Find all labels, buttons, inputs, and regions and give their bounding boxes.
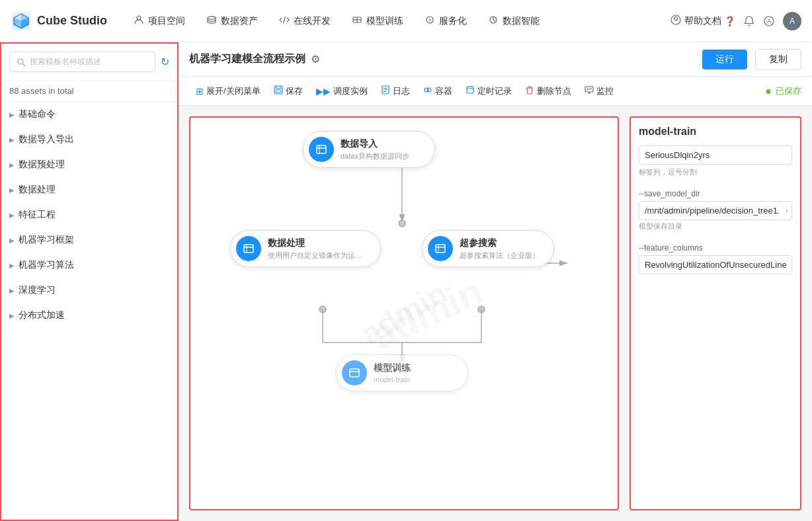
node-hyper-search-text: 超参搜索 超参搜索算法（企业版）	[460, 237, 540, 260]
nav-model-train-label: 模型训练	[366, 15, 403, 27]
refresh-btn[interactable]: ↻	[161, 56, 169, 68]
sidebar-item-label: 基础命令	[19, 108, 56, 120]
node-data-processing-desc: 使用用户自定义镜像作为运行镜像	[268, 251, 367, 260]
node-hyper-search-desc: 超参搜索算法（企业版）	[460, 251, 540, 260]
node-data-import-title: 数据导入	[341, 138, 409, 150]
notification-btn[interactable]	[743, 15, 755, 27]
node-hyper-search[interactable]: 超参搜索 超参搜索算法（企业版）	[422, 230, 554, 267]
run-button[interactable]: 运行	[702, 50, 747, 69]
sidebar-item-data-processing[interactable]: ▶ 数据处理	[1, 177, 177, 202]
settings-icon[interactable]: ⚙	[311, 53, 320, 65]
node-bottom-text: 模型训练 model-train	[374, 362, 411, 383]
help-docs-btn[interactable]: 帮助文档 ❓	[670, 14, 735, 28]
svg-point-18	[768, 19, 770, 20]
nav-service-label: 服务化	[439, 15, 467, 27]
bell-icon	[743, 15, 755, 27]
pipeline-canvas[interactable]: admin admin	[189, 116, 619, 510]
node-data-processing[interactable]: 数据处理 使用用户自定义镜像作为运行镜像	[230, 230, 381, 267]
search-input[interactable]: 搜索模板名称或描述	[9, 52, 155, 72]
arrow-icon: ▶	[9, 136, 15, 143]
container-btn[interactable]: 容器	[417, 77, 459, 106]
svg-point-6	[137, 16, 141, 20]
node-data-import-icon	[309, 137, 334, 162]
sidebar-count: 88 assets in total	[1, 81, 177, 102]
param-feature-columns-input[interactable]	[639, 255, 792, 274]
svg-point-42	[319, 306, 326, 313]
right-panel: model-train 标签列，逗号分割 --save_model_dir › …	[629, 116, 801, 510]
sidebar-list: ▶ 基础命令 ▶ 数据导入导出 ▶ 数据预处理 ▶ 数据处理 ▶ 特征工程 ▶ …	[1, 102, 177, 520]
delete-icon	[525, 85, 534, 97]
sidebar-item-feature-engineering[interactable]: ▶ 特征工程	[1, 202, 177, 227]
sidebar-item-ml-algorithm[interactable]: ▶ 机器学习算法	[1, 253, 177, 278]
sidebar-item-data-import-export[interactable]: ▶ 数据导入导出	[1, 127, 177, 152]
sidebar-item-data-preprocessing[interactable]: ▶ 数据预处理	[1, 152, 177, 177]
arrow-icon: ▶	[9, 111, 15, 118]
monitor-btn[interactable]: 监控	[578, 77, 620, 106]
svg-point-7	[208, 16, 216, 19]
sidebar-item-deep-learning[interactable]: ▶ 深度学习	[1, 278, 177, 303]
log-btn[interactable]: 日志	[374, 77, 417, 106]
nav-data-assets[interactable]: 数据资产	[196, 0, 268, 42]
svg-line-20	[23, 63, 26, 66]
svg-point-40	[399, 220, 405, 227]
nav-model-train[interactable]: 模型训练	[341, 0, 414, 42]
svg-point-16	[674, 17, 678, 20]
node-data-processing-text: 数据处理 使用用户自定义镜像作为运行镜像	[268, 237, 367, 260]
node-data-processing-icon	[236, 236, 261, 261]
param-save-model-dir-input[interactable]	[639, 201, 792, 220]
main-toolbar: 机器学习建模全流程示例 ⚙ 运行 复制	[179, 42, 812, 77]
user-avatar[interactable]: A	[783, 12, 801, 30]
logo-area[interactable]: Cube Studio	[11, 11, 107, 32]
param-save-model-dir-hint: 模型保存目录	[639, 221, 792, 231]
param-save-model-dir-input-wrap: ›	[639, 201, 792, 220]
github-icon	[763, 15, 775, 27]
crontab-btn[interactable]: 定时记录	[459, 77, 518, 106]
nav-online-dev[interactable]: 在线开发	[268, 0, 341, 42]
arrow-icon: ▶	[9, 212, 15, 219]
svg-line-8	[284, 17, 286, 23]
sidebar-item-ml-framework[interactable]: ▶ 机器学习框架	[1, 227, 177, 253]
node-bottom-desc: model-train	[374, 376, 411, 383]
arrow-icon: ▶	[9, 287, 15, 294]
svg-point-19	[18, 59, 23, 64]
node-data-import-desc: datax异构数据源同步	[341, 151, 409, 161]
node-data-import[interactable]: 数据导入 datax异构数据源同步	[303, 131, 435, 168]
sidebar-item-distributed-speedup[interactable]: ▶ 分布式加速	[1, 303, 177, 328]
github-btn[interactable]	[763, 15, 775, 27]
arrow-icon: ▶	[9, 186, 15, 194]
connector-svg	[190, 118, 618, 509]
sidebar-item-label: 数据预处理	[19, 159, 65, 171]
svg-point-28	[427, 88, 431, 92]
monitor-icon	[585, 85, 594, 97]
search-placeholder: 搜索模板名称或描述	[30, 56, 101, 67]
expand-close-btn[interactable]: ⊞ 展开/关闭菜单	[189, 77, 267, 106]
cube-logo-icon	[11, 11, 32, 32]
right-panel-title: model-train	[639, 126, 792, 138]
nav-data-intelligence[interactable]: 数据智能	[477, 0, 550, 42]
nav-project-space[interactable]: 项目空间	[123, 0, 196, 42]
sidebar-item-label: 特征工程	[19, 209, 56, 221]
person-circle-icon	[670, 14, 682, 28]
debug-instance-btn[interactable]: ▶▶ 调度实例	[309, 77, 374, 106]
search-icon	[17, 58, 26, 67]
train-icon	[352, 15, 362, 28]
node-bottom[interactable]: 模型训练 model-train	[336, 354, 468, 391]
svg-rect-22	[276, 90, 281, 93]
svg-rect-54	[436, 245, 445, 253]
save-btn[interactable]: 保存	[267, 77, 309, 106]
intelligence-icon	[488, 15, 499, 28]
node-hyper-search-icon	[428, 236, 453, 261]
sidebar-item-basic-cmd[interactable]: ▶ 基础命令	[1, 102, 177, 127]
delete-node-btn[interactable]: 删除节点	[518, 77, 578, 106]
nav-service[interactable]: 服务化	[414, 0, 477, 42]
pipeline-title: 机器学习建模全流程示例	[189, 52, 305, 66]
sidebar: 搜索模板名称或描述 ↻ 88 assets in total ▶ 基础命令 ▶ …	[0, 42, 179, 521]
param-label-col-input[interactable]	[639, 145, 792, 165]
check-icon: ●	[765, 85, 772, 97]
content-area: 机器学习建模全流程示例 ⚙ 运行 复制 ⊞ 展开/关闭菜单 保存 ▶▶ 调度实例	[179, 42, 812, 521]
svg-rect-34	[585, 87, 593, 92]
copy-button[interactable]: 复制	[755, 49, 801, 70]
node-data-import-text: 数据导入 datax异构数据源同步	[341, 138, 409, 161]
sidebar-item-label: 数据导入导出	[19, 134, 74, 145]
param-save-model-dir-key: --save_model_dir	[639, 189, 792, 198]
